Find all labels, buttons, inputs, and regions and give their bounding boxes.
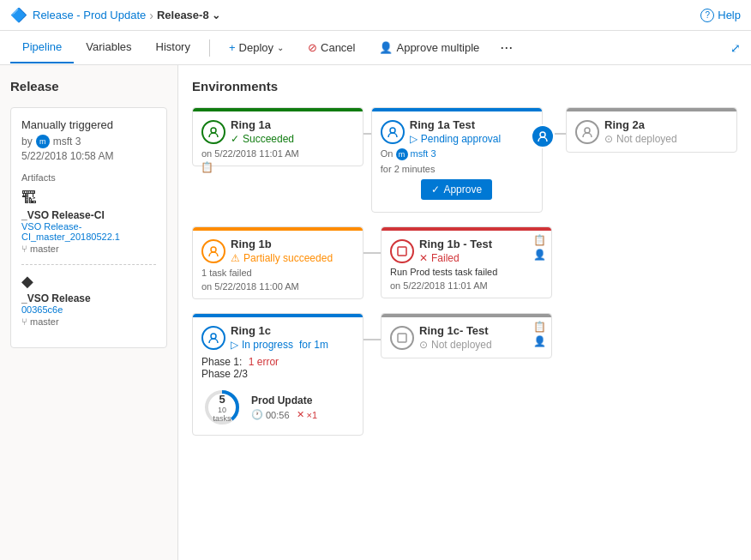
ring1a-test-header: Ring 1a Test ▷ Pending approval (381, 118, 533, 145)
ring1c-prod-info: Prod Update 🕐 00:56 ✕ ×1 (251, 394, 317, 420)
connector-1b-to-1btest (363, 252, 381, 254)
ring2a-status-icon: ⊙ (604, 133, 613, 145)
ring1c-test-status: ⊙ Not deployed (419, 339, 543, 351)
ring1a-name: Ring 1a (231, 118, 354, 131)
ring1a-test-info: Ring 1a Test ▷ Pending approval (410, 118, 533, 145)
ring1b-header: Ring 1b ⚠ Partially succeeded (201, 238, 354, 264)
ring1b-env-icon (201, 239, 225, 263)
ring1a-body: Ring 1a ✓ Succeeded on 5/22/2018 11:01 A… (193, 111, 363, 166)
branch-icon-1: ⑂ (21, 244, 27, 254)
ring1c-circle-text: 5 10 tasks (212, 393, 232, 423)
svg-point-3 (585, 128, 590, 133)
ring1c-phase1: Phase 1: 1 error (201, 356, 354, 368)
approve-label: Approve (443, 184, 482, 196)
ring1a-header: Ring 1a ✓ Succeeded (201, 118, 354, 145)
main-layout: Release Manually triggered by m msft 3 5… (0, 65, 751, 560)
svg-point-1 (390, 128, 395, 133)
ring1a-test-env-icon (381, 120, 405, 144)
ring1a-test-wrapper: Ring 1a Test ▷ Pending approval On m msf… (371, 107, 543, 213)
ring1a-card: Ring 1a ✓ Succeeded on 5/22/2018 11:01 A… (192, 107, 363, 166)
pipeline-title: Environments (192, 79, 737, 93)
environments-container: Ring 1a ✓ Succeeded on 5/22/2018 11:01 A… (192, 107, 737, 436)
artifact-2-branch: ⑂ master (21, 316, 156, 327)
ring1c-test-card: Ring 1c- Test ⊙ Not deployed 📋 👤 (381, 313, 552, 358)
ring1c-time-stat: 🕐 00:56 (251, 409, 290, 420)
ring1b-body: Ring 1b ⚠ Partially succeeded 1 task fai… (193, 231, 363, 298)
breadcrumb-release[interactable]: Release - Prod Update (33, 9, 146, 21)
deploy-button[interactable]: + Deploy ⌄ (220, 37, 292, 58)
ring2a-env-icon (575, 120, 599, 144)
ring1a-info: Ring 1a ✓ Succeeded (231, 118, 354, 145)
ring1a-test-status: ▷ Pending approval (410, 133, 533, 145)
tab-pipeline[interactable]: Pipeline (10, 32, 74, 63)
ring1c-wrapper: Ring 1c ▷ In progress for 1m (192, 313, 363, 436)
connector-1a-to-1atest (363, 133, 371, 135)
env-row-1: Ring 1a ✓ Succeeded on 5/22/2018 11:01 A… (192, 107, 737, 213)
ring1c-denom: 10 (218, 406, 226, 414)
ring1b-test-status-icon: ✕ (419, 252, 428, 264)
release-name: Release-8 (157, 9, 209, 21)
pending-approval-avatar (531, 124, 555, 148)
artifacts-label: Artifacts (21, 172, 156, 183)
ring1b-test-person-icon[interactable]: 👤 (533, 249, 546, 261)
chevron-down-icon[interactable]: ⌄ (212, 9, 220, 21)
ring1b-test-status-text: Failed (431, 252, 460, 264)
ring2a-name: Ring 2a (604, 118, 728, 131)
ring1c-time: for 1m (299, 339, 328, 351)
ring1a-test-body: Ring 1a Test ▷ Pending approval On m msf… (372, 111, 542, 212)
artifact-2-link[interactable]: 00365c6e (21, 304, 156, 315)
ring1b-test-header: Ring 1b - Test ✕ Failed 📋 👤 (390, 238, 543, 264)
ring1c-phase-info: Phase 1: 1 error Phase 2/3 (201, 356, 354, 380)
ring1a-test-user: msft 3 (411, 148, 436, 159)
env-row-2: Ring 1b ⚠ Partially succeeded 1 task fai… (192, 226, 737, 299)
ring1c-test-log-icon[interactable]: 📋 (533, 321, 546, 333)
ring1c-error-stat: ✕ ×1 (297, 409, 318, 420)
topbar-left: 🔷 Release - Prod Update › Release-8 ⌄ (10, 7, 220, 23)
ring1b-test-wrapper: Ring 1b - Test ✕ Failed 📋 👤 (381, 226, 552, 298)
ring1b-test-status: ✕ Failed (419, 252, 543, 264)
run-info-text: Run Prod tests task failed (390, 267, 497, 277)
ring1c-prod-name: Prod Update (251, 394, 317, 406)
tab-variables[interactable]: Variables (74, 32, 143, 63)
approve-button[interactable]: ✓ Approve (421, 179, 492, 200)
ring1b-card: Ring 1b ⚠ Partially succeeded 1 task fai… (192, 226, 363, 299)
more-options-button[interactable]: ··· (495, 39, 518, 57)
breadcrumb-current: Release-8 ⌄ (157, 9, 220, 21)
ring1a-log-icon[interactable]: 📋 (201, 161, 213, 173)
ring1c-progress-denom: 10 tasks (212, 406, 232, 423)
artifact-1-icon: 🏗 (21, 190, 156, 208)
env-row-3: Ring 1c ▷ In progress for 1m (192, 313, 737, 436)
ring1a-bottom-icons: 📋 (201, 161, 213, 173)
help-label[interactable]: Help (718, 9, 741, 21)
user-avatar-icon: m (36, 135, 50, 148)
ring1a-test-extra: On m msft 3 (381, 148, 533, 160)
ring1b-test-log-icon[interactable]: 📋 (533, 234, 546, 246)
approve-person-icon: 👤 (379, 41, 393, 54)
ring1c-test-person-icon[interactable]: 👤 (533, 335, 546, 347)
ring1c-error-count: ×1 (307, 410, 318, 420)
ring1c-prod-stats: 🕐 00:56 ✕ ×1 (251, 409, 317, 420)
ring1b-test-date: on 5/22/2018 11:01 AM (390, 280, 543, 291)
ring1a-status-text: Succeeded (243, 133, 294, 145)
ring1b-test-run-info: Run Prod tests task failed (390, 267, 543, 277)
artifact-1-link[interactable]: VSO Release-CI_master_20180522.1 (21, 221, 156, 242)
cancel-button[interactable]: ⊘ Cancel (299, 37, 363, 58)
deploy-chevron-icon: ⌄ (277, 43, 284, 52)
ring1a-date: on 5/22/2018 11:01 AM (201, 148, 354, 159)
connector-1atest-to-2a (555, 133, 566, 135)
topbar: 🔷 Release - Prod Update › Release-8 ⌄ ? … (0, 0, 751, 31)
breadcrumb: Release - Prod Update › Release-8 ⌄ (33, 9, 220, 22)
ring1b-test-actions: 📋 👤 (533, 234, 546, 261)
ring1b-task-failed: 1 task failed (201, 268, 354, 278)
tab-history[interactable]: History (144, 32, 202, 63)
ring2a-header: Ring 2a ⊙ Not deployed (575, 118, 728, 145)
ring1c-status: ▷ In progress for 1m (231, 339, 354, 351)
ring1c-test-info: Ring 1c- Test ⊙ Not deployed (419, 324, 543, 351)
ring2a-wrapper: Ring 2a ⊙ Not deployed (566, 107, 737, 153)
ring1a-status-icon: ✓ (231, 133, 239, 145)
approve-multiple-button[interactable]: 👤 Approve multiple (370, 37, 488, 58)
ring1a-test-status-text: Pending approval (421, 133, 501, 145)
expand-button[interactable]: ⤢ (730, 41, 741, 55)
ring1a-wrapper: Ring 1a ✓ Succeeded on 5/22/2018 11:01 A… (192, 107, 363, 166)
ring2a-status-text: Not deployed (616, 133, 677, 145)
